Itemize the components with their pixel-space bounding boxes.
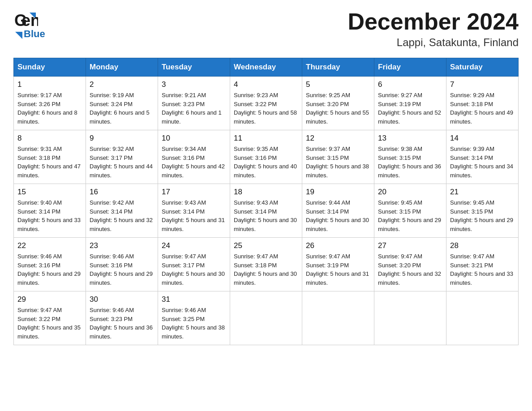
calendar-cell: 28Sunrise: 9:47 AMSunset: 3:21 PMDayligh… xyxy=(446,238,519,291)
day-info: Sunrise: 9:34 AMSunset: 3:16 PMDaylight:… xyxy=(162,145,226,180)
calendar-cell: 24Sunrise: 9:47 AMSunset: 3:17 PMDayligh… xyxy=(158,238,230,291)
day-number: 22 xyxy=(17,241,82,250)
calendar-header-row: SundayMondayTuesdayWednesdayThursdayFrid… xyxy=(14,58,519,77)
month-title: December 2024 xyxy=(348,9,519,34)
day-number: 23 xyxy=(90,241,154,250)
day-number: 12 xyxy=(306,134,370,143)
calendar-week-row: 29Sunrise: 9:47 AMSunset: 3:22 PMDayligh… xyxy=(14,291,519,345)
day-number: 3 xyxy=(162,80,226,89)
logo-blue-text: Blue xyxy=(24,28,45,40)
day-info: Sunrise: 9:39 AMSunset: 3:14 PMDaylight:… xyxy=(450,145,515,180)
day-info: Sunrise: 9:47 AMSunset: 3:19 PMDaylight:… xyxy=(306,252,370,287)
day-number: 17 xyxy=(162,188,226,197)
col-header-friday: Friday xyxy=(374,58,446,77)
day-info: Sunrise: 9:46 AMSunset: 3:16 PMDaylight:… xyxy=(90,252,154,287)
day-number: 13 xyxy=(378,134,442,143)
day-number: 10 xyxy=(162,134,226,143)
calendar-week-row: 22Sunrise: 9:46 AMSunset: 3:16 PMDayligh… xyxy=(14,238,519,291)
day-info: Sunrise: 9:29 AMSunset: 3:18 PMDaylight:… xyxy=(450,91,515,126)
day-info: Sunrise: 9:42 AMSunset: 3:14 PMDaylight:… xyxy=(90,198,154,233)
day-number: 4 xyxy=(234,80,298,89)
day-info: Sunrise: 9:32 AMSunset: 3:17 PMDaylight:… xyxy=(90,145,154,180)
svg-marker-3 xyxy=(15,32,22,39)
day-number: 28 xyxy=(450,241,515,250)
day-info: Sunrise: 9:45 AMSunset: 3:15 PMDaylight:… xyxy=(450,198,515,233)
day-info: Sunrise: 9:46 AMSunset: 3:23 PMDaylight:… xyxy=(90,306,154,341)
calendar-cell: 14Sunrise: 9:39 AMSunset: 3:14 PMDayligh… xyxy=(446,130,519,184)
calendar-cell: 23Sunrise: 9:46 AMSunset: 3:16 PMDayligh… xyxy=(86,238,158,291)
calendar-cell: 9Sunrise: 9:32 AMSunset: 3:17 PMDaylight… xyxy=(86,130,158,184)
calendar-cell: 29Sunrise: 9:47 AMSunset: 3:22 PMDayligh… xyxy=(14,291,86,345)
calendar-cell: 22Sunrise: 9:46 AMSunset: 3:16 PMDayligh… xyxy=(14,238,86,291)
day-number: 16 xyxy=(90,188,154,197)
calendar-cell: 7Sunrise: 9:29 AMSunset: 3:18 PMDaylight… xyxy=(446,77,519,130)
day-info: Sunrise: 9:43 AMSunset: 3:14 PMDaylight:… xyxy=(234,198,298,233)
day-info: Sunrise: 9:35 AMSunset: 3:16 PMDaylight:… xyxy=(234,145,298,180)
day-number: 11 xyxy=(234,134,298,143)
day-info: Sunrise: 9:46 AMSunset: 3:25 PMDaylight:… xyxy=(162,306,226,341)
day-info: Sunrise: 9:19 AMSunset: 3:24 PMDaylight:… xyxy=(90,91,154,126)
calendar-cell: 26Sunrise: 9:47 AMSunset: 3:19 PMDayligh… xyxy=(302,238,374,291)
calendar-cell xyxy=(230,291,302,345)
calendar-table: SundayMondayTuesdayWednesdayThursdayFrid… xyxy=(13,58,519,345)
col-header-monday: Monday xyxy=(86,58,158,77)
day-number: 15 xyxy=(17,188,82,197)
calendar-cell: 8Sunrise: 9:31 AMSunset: 3:18 PMDaylight… xyxy=(14,130,86,184)
calendar-cell xyxy=(374,291,446,345)
day-info: Sunrise: 9:27 AMSunset: 3:19 PMDaylight:… xyxy=(378,91,442,126)
svg-text:eneral: eneral xyxy=(21,11,38,30)
calendar-cell xyxy=(446,291,519,345)
day-number: 18 xyxy=(234,188,298,197)
day-number: 27 xyxy=(378,241,442,250)
day-info: Sunrise: 9:25 AMSunset: 3:20 PMDaylight:… xyxy=(306,91,370,126)
day-number: 8 xyxy=(17,134,82,143)
calendar-cell: 25Sunrise: 9:47 AMSunset: 3:18 PMDayligh… xyxy=(230,238,302,291)
col-header-thursday: Thursday xyxy=(302,58,374,77)
location-title: Lappi, Satakunta, Finland xyxy=(348,36,519,49)
day-number: 30 xyxy=(90,295,154,304)
day-number: 24 xyxy=(162,241,226,250)
calendar-cell xyxy=(302,291,374,345)
calendar-cell: 5Sunrise: 9:25 AMSunset: 3:20 PMDaylight… xyxy=(302,77,374,130)
day-info: Sunrise: 9:37 AMSunset: 3:15 PMDaylight:… xyxy=(306,145,370,180)
day-info: Sunrise: 9:46 AMSunset: 3:16 PMDaylight:… xyxy=(17,252,82,287)
day-number: 19 xyxy=(306,188,370,197)
day-number: 1 xyxy=(17,80,82,89)
day-number: 7 xyxy=(450,80,515,89)
calendar-cell: 17Sunrise: 9:43 AMSunset: 3:14 PMDayligh… xyxy=(158,184,230,238)
col-header-tuesday: Tuesday xyxy=(158,58,230,77)
day-info: Sunrise: 9:45 AMSunset: 3:15 PMDaylight:… xyxy=(378,198,442,233)
day-info: Sunrise: 9:47 AMSunset: 3:20 PMDaylight:… xyxy=(378,252,442,287)
day-info: Sunrise: 9:43 AMSunset: 3:14 PMDaylight:… xyxy=(162,198,226,233)
calendar-cell: 2Sunrise: 9:19 AMSunset: 3:24 PMDaylight… xyxy=(86,77,158,130)
day-number: 21 xyxy=(450,188,515,197)
calendar-cell: 11Sunrise: 9:35 AMSunset: 3:16 PMDayligh… xyxy=(230,130,302,184)
calendar-cell: 6Sunrise: 9:27 AMSunset: 3:19 PMDaylight… xyxy=(374,77,446,130)
calendar-cell: 13Sunrise: 9:38 AMSunset: 3:15 PMDayligh… xyxy=(374,130,446,184)
calendar-week-row: 8Sunrise: 9:31 AMSunset: 3:18 PMDaylight… xyxy=(14,130,519,184)
day-info: Sunrise: 9:38 AMSunset: 3:15 PMDaylight:… xyxy=(378,145,442,180)
day-number: 26 xyxy=(306,241,370,250)
day-info: Sunrise: 9:44 AMSunset: 3:14 PMDaylight:… xyxy=(306,198,370,233)
calendar-cell: 20Sunrise: 9:45 AMSunset: 3:15 PMDayligh… xyxy=(374,184,446,238)
day-info: Sunrise: 9:47 AMSunset: 3:21 PMDaylight:… xyxy=(450,252,515,287)
day-info: Sunrise: 9:23 AMSunset: 3:22 PMDaylight:… xyxy=(234,91,298,126)
page-header: G eneral Blue December 2024 Lappi, Satak… xyxy=(13,9,519,49)
logo-triangle-icon xyxy=(15,32,22,39)
day-info: Sunrise: 9:21 AMSunset: 3:23 PMDaylight:… xyxy=(162,91,226,126)
day-number: 9 xyxy=(90,134,154,143)
col-header-sunday: Sunday xyxy=(14,58,86,77)
calendar-cell: 10Sunrise: 9:34 AMSunset: 3:16 PMDayligh… xyxy=(158,130,230,184)
calendar-cell: 21Sunrise: 9:45 AMSunset: 3:15 PMDayligh… xyxy=(446,184,519,238)
day-info: Sunrise: 9:31 AMSunset: 3:18 PMDaylight:… xyxy=(17,145,82,180)
title-block: December 2024 Lappi, Satakunta, Finland xyxy=(348,9,519,49)
logo: G eneral Blue xyxy=(13,9,45,40)
day-number: 29 xyxy=(17,295,82,304)
day-info: Sunrise: 9:47 AMSunset: 3:17 PMDaylight:… xyxy=(162,252,226,287)
day-info: Sunrise: 9:17 AMSunset: 3:26 PMDaylight:… xyxy=(17,91,82,126)
calendar-cell: 30Sunrise: 9:46 AMSunset: 3:23 PMDayligh… xyxy=(86,291,158,345)
calendar-cell: 1Sunrise: 9:17 AMSunset: 3:26 PMDaylight… xyxy=(14,77,86,130)
day-number: 5 xyxy=(306,80,370,89)
calendar-cell: 15Sunrise: 9:40 AMSunset: 3:14 PMDayligh… xyxy=(14,184,86,238)
calendar-cell: 31Sunrise: 9:46 AMSunset: 3:25 PMDayligh… xyxy=(158,291,230,345)
